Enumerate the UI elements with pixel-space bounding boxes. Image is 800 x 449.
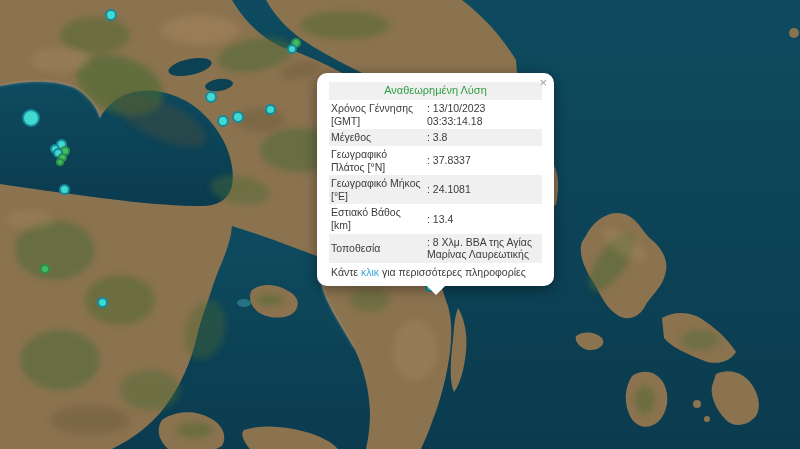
earthquake-marker[interactable] (287, 44, 297, 54)
earthquake-marker[interactable] (40, 264, 50, 274)
earthquake-marker[interactable] (22, 109, 40, 127)
popup-table-body: Χρόνος Γέννησης [GMT]: 13/10/2023 03:33:… (329, 100, 542, 263)
popup-row-value: : 13/10/2023 03:33:14.18 (425, 100, 542, 129)
popup-row-label: Μέγεθος (329, 129, 425, 146)
earthquake-marker[interactable] (205, 91, 217, 103)
more-info-link[interactable]: κλικ (361, 266, 379, 278)
earthquake-marker[interactable] (59, 184, 70, 195)
popup-row-label: Γεωγραφικό Πλάτος [°N] (329, 146, 425, 175)
earthquake-marker[interactable] (105, 9, 117, 21)
earthquake-marker[interactable] (56, 158, 64, 166)
earthquake-marker[interactable] (232, 111, 244, 123)
popup-row: Εστιακό Βάθος [km]: 13.4 (329, 204, 542, 233)
earthquake-marker[interactable] (97, 297, 108, 308)
popup-close-button[interactable]: × (539, 76, 547, 89)
popup-row-label: Χρόνος Γέννησης [GMT] (329, 100, 425, 129)
map-viewport[interactable]: × Αναθεωρημένη Λύση Χρόνος Γέννησης [GMT… (0, 0, 800, 449)
popup-row: Γεωγραφικό Πλάτος [°N]: 37.8337 (329, 146, 542, 175)
footer-text-suffix: για περισσότερες πληροφορίες (379, 266, 526, 278)
popup-row-value: : 3.8 (425, 129, 542, 146)
popup-title: Αναθεωρημένη Λύση (329, 82, 542, 100)
popup-row-value: : 8 Χλμ. ΒΒΑ της Αγίας Μαρίνας Λαυρεωτικ… (425, 234, 542, 263)
footer-text-prefix: Κάντε (331, 266, 361, 278)
popup-row-label: Τοποθεσία (329, 234, 425, 263)
popup-row-value: : 24.1081 (425, 175, 542, 204)
popup-table: Χρόνος Γέννησης [GMT]: 13/10/2023 03:33:… (329, 100, 542, 263)
popup-footer: Κάντε κλικ για περισσότερες πληροφορίες (329, 263, 542, 280)
earthquake-marker[interactable] (265, 104, 276, 115)
popup-row-value: : 37.8337 (425, 146, 542, 175)
popup-row: Χρόνος Γέννησης [GMT]: 13/10/2023 03:33:… (329, 100, 542, 129)
earthquake-popup: × Αναθεωρημένη Λύση Χρόνος Γέννησης [GMT… (317, 73, 554, 286)
earthquake-marker[interactable] (217, 115, 229, 127)
popup-row-label: Γεωγραφικό Μήκος [°E] (329, 175, 425, 204)
popup-row: Γεωγραφικό Μήκος [°E]: 24.1081 (329, 175, 542, 204)
popup-row-value: : 13.4 (425, 204, 542, 233)
popup-row: Μέγεθος: 3.8 (329, 129, 542, 146)
popup-row-label: Εστιακό Βάθος [km] (329, 204, 425, 233)
popup-row: Τοποθεσία: 8 Χλμ. ΒΒΑ της Αγίας Μαρίνας … (329, 234, 542, 263)
